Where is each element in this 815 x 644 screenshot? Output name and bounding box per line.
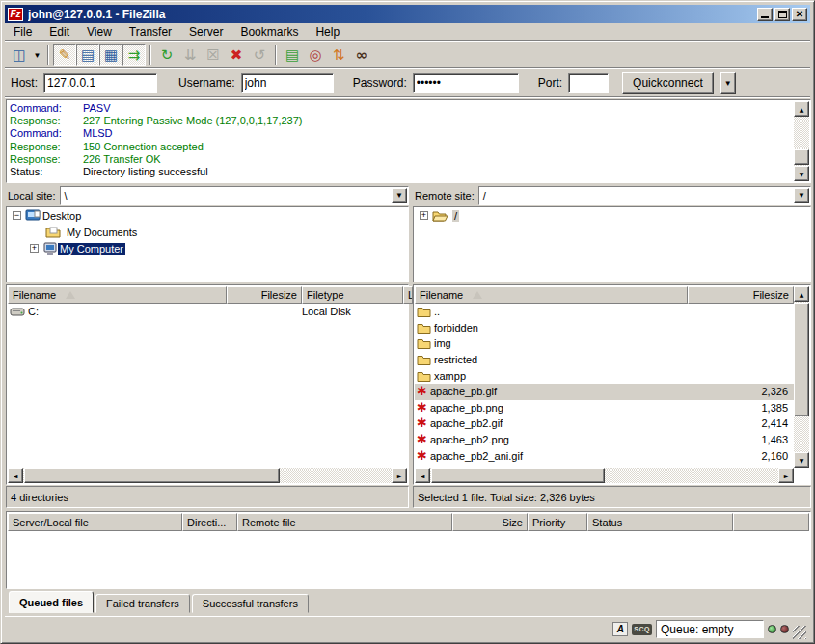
- column-header-lastmodified[interactable]: L: [403, 286, 413, 304]
- remote-site-combobox[interactable]: / ▼: [478, 186, 811, 205]
- scrollbar-thumb[interactable]: [431, 468, 605, 483]
- tree-item-desktop[interactable]: − Desktop: [7, 207, 408, 224]
- column-header-filesize[interactable]: Filesize: [688, 286, 794, 304]
- tree-item-root[interactable]: + /: [414, 207, 810, 224]
- queue-header: Server/Local file Directi... Remote file…: [8, 513, 809, 531]
- data-type-indicator-icon[interactable]: A: [612, 622, 628, 636]
- menu-transfer[interactable]: Transfer: [121, 23, 180, 40]
- compare-button[interactable]: ◎: [304, 44, 327, 66]
- site-manager-button[interactable]: ◫: [8, 44, 31, 66]
- column-header-filename[interactable]: Filename: [415, 286, 688, 304]
- menu-edit[interactable]: Edit: [41, 23, 78, 40]
- scrollbar-thumb[interactable]: [794, 149, 809, 165]
- remote-vscrollbar[interactable]: ▲ ▼: [794, 286, 809, 468]
- menu-bookmarks[interactable]: Bookmarks: [231, 23, 307, 40]
- disconnect-icon: ✖: [231, 46, 243, 64]
- scroll-right-button[interactable]: ►: [778, 468, 794, 483]
- column-header-size[interactable]: Size: [452, 513, 528, 531]
- menu-file[interactable]: File: [5, 23, 41, 40]
- file-row-selected[interactable]: ✱apache_pb.gif 2,326: [415, 384, 794, 400]
- menu-help[interactable]: Help: [307, 23, 348, 40]
- file-size: 2,326: [688, 386, 794, 397]
- tab-successful-transfers[interactable]: Successful transfers: [192, 594, 309, 613]
- maximize-button[interactable]: [774, 8, 790, 21]
- scroll-right-button[interactable]: ►: [392, 468, 407, 483]
- close-button[interactable]: ✕: [792, 8, 807, 21]
- collapse-icon[interactable]: −: [13, 211, 21, 220]
- combo-dropdown-button[interactable]: ▼: [392, 188, 407, 203]
- tab-failed-transfers[interactable]: Failed transfers: [95, 594, 190, 613]
- resize-grip[interactable]: [793, 626, 806, 639]
- log-scrollbar[interactable]: ▲ ▼: [794, 101, 809, 181]
- tab-queued-files[interactable]: Queued files: [9, 591, 94, 613]
- file-row[interactable]: ✱apache_pb2.png 1,463: [415, 432, 794, 448]
- chevron-down-icon: ▼: [34, 51, 41, 60]
- scroll-left-button[interactable]: ◄: [415, 468, 430, 483]
- scroll-up-button[interactable]: ▲: [794, 286, 809, 302]
- scrollbar-thumb[interactable]: [794, 303, 809, 416]
- tree-item-my-computer[interactable]: + My Computer: [7, 240, 408, 256]
- tree-item-label-selected: My Computer: [58, 243, 125, 255]
- find-files-button[interactable]: ∞: [350, 44, 373, 66]
- host-input[interactable]: [43, 73, 157, 93]
- disconnect-button[interactable]: ✖: [225, 44, 248, 66]
- file-row[interactable]: forbidden: [415, 320, 794, 336]
- menu-server[interactable]: Server: [180, 23, 231, 40]
- file-row[interactable]: ✱apache_pb2_ani.gif 2,160: [415, 447, 794, 464]
- file-row-c-drive[interactable]: C: Local Disk: [8, 304, 407, 320]
- scroll-left-button[interactable]: ◄: [8, 468, 23, 483]
- scroll-down-button[interactable]: ▼: [794, 452, 809, 468]
- column-header-filesize[interactable]: Filesize: [227, 286, 302, 304]
- toggle-log-button[interactable]: ✎: [53, 44, 76, 66]
- column-header-filename[interactable]: Filename: [8, 286, 227, 304]
- scrollbar-thumb[interactable]: [24, 468, 280, 483]
- sync-browse-button[interactable]: ⇅: [327, 44, 350, 66]
- process-queue-button[interactable]: ⇊: [178, 44, 202, 66]
- folder-icon: [417, 322, 431, 334]
- toggle-local-tree-button[interactable]: ▤: [76, 44, 99, 66]
- expand-icon[interactable]: +: [30, 244, 39, 253]
- file-row[interactable]: ✱apache_pb.png 1,385: [415, 400, 794, 416]
- port-input[interactable]: [568, 73, 609, 93]
- speed-limits-icon[interactable]: SCQ: [632, 624, 652, 635]
- local-tree: − Desktop My Documents + My Computer: [6, 206, 409, 282]
- scroll-down-button[interactable]: ▼: [794, 166, 809, 181]
- column-header-direction[interactable]: Directi...: [182, 513, 237, 531]
- queue-view-icon: ⇉: [128, 46, 141, 64]
- column-header-filetype[interactable]: Filetype: [302, 286, 403, 304]
- username-label: Username:: [178, 76, 235, 90]
- port-label: Port:: [538, 76, 562, 90]
- cancel-button[interactable]: ☒: [202, 44, 225, 66]
- file-row[interactable]: restricted: [415, 352, 794, 368]
- column-header-remote-file[interactable]: Remote file: [237, 513, 452, 531]
- menu-view[interactable]: View: [78, 23, 121, 40]
- toggle-remote-tree-button[interactable]: ▦: [99, 44, 122, 66]
- column-header-status[interactable]: Status: [587, 513, 733, 531]
- file-row[interactable]: ..: [415, 304, 794, 320]
- password-input[interactable]: [413, 73, 519, 93]
- tree-item-my-documents[interactable]: My Documents: [7, 224, 408, 240]
- username-input[interactable]: [241, 73, 334, 93]
- quickconnect-dropdown[interactable]: ▼: [720, 72, 736, 94]
- folder-icon: [417, 337, 431, 349]
- toggle-queue-button[interactable]: ⇉: [122, 44, 146, 66]
- column-label: Size: [503, 517, 523, 528]
- file-row[interactable]: img: [415, 335, 794, 352]
- minimize-button[interactable]: [757, 8, 773, 21]
- local-site-combobox[interactable]: \ ▼: [60, 186, 409, 205]
- scroll-up-button[interactable]: ▲: [794, 101, 809, 117]
- combo-dropdown-button[interactable]: ▼: [794, 188, 809, 203]
- remote-hscrollbar[interactable]: ◄ ►: [415, 468, 794, 483]
- file-row[interactable]: xampp: [415, 367, 794, 384]
- expand-icon[interactable]: +: [420, 211, 428, 220]
- reconnect-button[interactable]: ↺: [248, 44, 271, 66]
- filter-button[interactable]: ▤: [281, 44, 304, 66]
- site-manager-dropdown[interactable]: ▼: [31, 44, 43, 66]
- file-row[interactable]: ✱apache_pb2.gif 2,414: [415, 416, 794, 432]
- quickconnect-button[interactable]: Quickconnect: [622, 72, 714, 94]
- local-hscrollbar[interactable]: ◄ ►: [8, 468, 407, 483]
- column-header-server-local-file[interactable]: Server/Local file: [8, 513, 182, 531]
- image-file-icon: ✱: [417, 451, 427, 461]
- column-header-priority[interactable]: Priority: [528, 513, 587, 531]
- refresh-button[interactable]: ↻: [155, 44, 178, 66]
